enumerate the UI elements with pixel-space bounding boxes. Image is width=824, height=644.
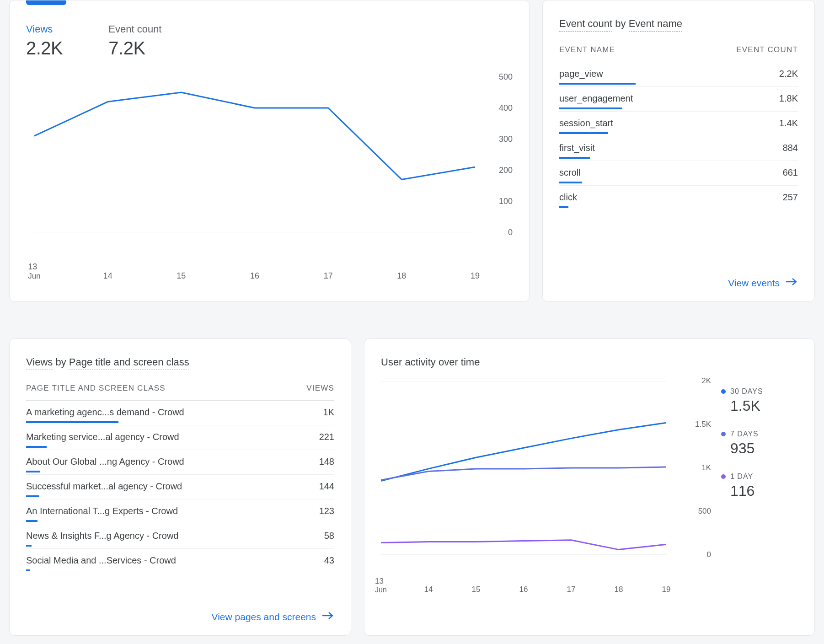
- row-bar-track: [559, 182, 798, 183]
- scorecard-value: 7.2K: [108, 38, 161, 59]
- row-name: About Our Global ...ng Agency - Crowd: [26, 456, 184, 467]
- table-row[interactable]: click257: [559, 186, 798, 210]
- row-value: 1K: [323, 407, 334, 418]
- dimension-name: Page title and screen class: [69, 356, 189, 370]
- x-axis-tick: 17: [324, 271, 333, 281]
- table-row[interactable]: News & Insights F...g Agency - Crowd58: [26, 524, 334, 549]
- table-row[interactable]: session_start1.4K: [559, 112, 798, 136]
- row-bar: [26, 446, 47, 448]
- col-header-name: EVENT NAME: [559, 45, 615, 54]
- scorecard-event-count[interactable]: Event count 7.2K: [108, 23, 161, 59]
- row-bar-track: [26, 446, 334, 448]
- y-axis-tick: 0: [707, 550, 711, 559]
- row-bar-track: [559, 206, 798, 208]
- y-axis-tick: 500: [499, 72, 513, 82]
- legend-value: 116: [730, 483, 798, 499]
- chart-legend: 30 DAYS1.5K7 DAYS9351 DAY116: [721, 381, 798, 578]
- y-axis-tick: 300: [499, 134, 513, 144]
- table-body: page_view2.2Kuser_engagement1.8Ksession_…: [559, 62, 798, 210]
- card-title: Views by Page title and screen class: [26, 356, 334, 368]
- table-row[interactable]: page_view2.2K: [559, 62, 798, 87]
- table-row[interactable]: A marketing agenc...s demand - Crowd1K: [26, 401, 334, 425]
- legend-value: 1.5K: [730, 397, 798, 414]
- table-row[interactable]: An International T...g Experts - Crowd12…: [26, 499, 334, 524]
- card-title: Event count by Event name: [559, 18, 798, 30]
- col-header-value: EVENT COUNT: [736, 45, 798, 54]
- table-row[interactable]: scroll661: [559, 161, 798, 186]
- table-row[interactable]: About Our Global ...ng Agency - Crowd148: [26, 450, 334, 475]
- x-axis-tick: 14: [424, 585, 433, 594]
- row-name: first_visit: [559, 143, 595, 153]
- row-bar: [26, 495, 39, 497]
- legend-value: 935: [730, 440, 798, 457]
- row-name: user_engagement: [559, 93, 633, 104]
- scorecard-views[interactable]: Views 2.2K: [26, 23, 63, 59]
- x-axis-tick: 16: [519, 585, 528, 594]
- legend-color-dot: [721, 474, 726, 479]
- row-value: 148: [319, 456, 334, 467]
- view-pages-link[interactable]: View pages and screens: [212, 611, 334, 623]
- row-name: click: [559, 192, 577, 203]
- row-value: 144: [319, 481, 334, 492]
- legend-color-dot: [721, 389, 726, 394]
- y-axis-tick: 400: [499, 103, 513, 113]
- row-value: 123: [319, 506, 334, 516]
- y-axis-tick: 200: [499, 166, 513, 175]
- link-label: View events: [728, 278, 780, 289]
- row-name: Successful market...al agency - Crowd: [26, 481, 182, 492]
- y-axis-tick: 1K: [701, 463, 711, 472]
- row-bar-track: [559, 132, 798, 134]
- row-name: Marketing service...al agency - Crowd: [26, 432, 179, 442]
- table-row[interactable]: Successful market...al agency - Crowd144: [26, 475, 334, 499]
- views-chart-card: Views 2.2K Event count 7.2K 010020030040…: [9, 0, 530, 302]
- table-header: EVENT NAME EVENT COUNT: [559, 45, 798, 62]
- row-bar: [559, 157, 590, 159]
- active-tab-indicator: [26, 0, 66, 5]
- row-value: 1.8K: [779, 93, 798, 104]
- activity-line-chart: 05001K1.5K2K13Jun141516171819: [381, 381, 710, 578]
- row-bar: [559, 182, 582, 183]
- legend-item: 1 DAY116: [721, 472, 798, 499]
- x-axis-tick: 18: [397, 271, 406, 281]
- row-value: 221: [319, 432, 334, 442]
- x-axis-tick: 18: [615, 585, 623, 594]
- row-bar: [26, 520, 37, 522]
- x-axis-tick: 19: [471, 271, 480, 281]
- view-events-link[interactable]: View events: [728, 277, 798, 289]
- table-header: PAGE TITLE AND SCREEN CLASS VIEWS: [26, 384, 334, 401]
- table-row[interactable]: Marketing service...al agency - Crowd221: [26, 425, 334, 450]
- card-title: User activity over time: [381, 356, 798, 368]
- table-row[interactable]: user_engagement1.8K: [559, 87, 798, 112]
- y-axis-tick: 0: [508, 228, 513, 237]
- row-bar-track: [559, 107, 798, 109]
- y-axis-tick: 1.5K: [695, 420, 711, 429]
- pages-table-card: Views by Page title and screen class PAG…: [9, 338, 351, 636]
- views-line-chart: 010020030040050013Jun141516171819: [34, 77, 508, 264]
- row-bar-track: [26, 421, 334, 423]
- x-axis-tick: 17: [567, 585, 576, 594]
- events-table-card: Event count by Event name EVENT NAME EVE…: [542, 0, 815, 302]
- x-axis-tick: 19: [662, 585, 671, 594]
- dimension-name: Event name: [629, 18, 682, 32]
- row-value: 58: [324, 531, 334, 541]
- table-row[interactable]: first_visit884: [559, 136, 798, 161]
- row-bar: [26, 421, 118, 423]
- y-axis-tick: 100: [499, 197, 513, 206]
- row-bar: [26, 471, 40, 472]
- row-value: 1.4K: [779, 118, 798, 129]
- col-header-value: VIEWS: [306, 384, 334, 393]
- x-axis-tick: 13Jun: [375, 577, 387, 594]
- row-bar-track: [559, 83, 798, 85]
- row-name: page_view: [559, 69, 603, 79]
- row-bar-track: [26, 495, 334, 497]
- table-row[interactable]: Social Media and ...Services - Crowd43: [26, 549, 334, 573]
- row-name: Social Media and ...Services - Crowd: [26, 555, 176, 566]
- scorecard-label: Views: [26, 23, 63, 35]
- arrow-right-icon: [785, 277, 798, 289]
- legend-label: 1 DAY: [730, 472, 753, 481]
- legend-item: 7 DAYS935: [721, 430, 798, 457]
- row-bar-track: [26, 545, 334, 547]
- legend-item: 30 DAYS1.5K: [721, 387, 798, 414]
- row-value: 43: [324, 555, 334, 566]
- table-body: A marketing agenc...s demand - Crowd1KMa…: [26, 401, 334, 573]
